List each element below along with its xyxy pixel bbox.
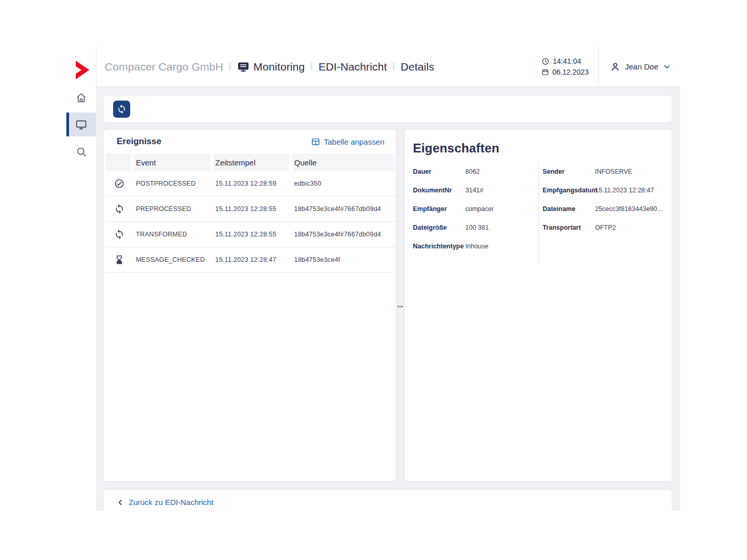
- user-name: Jean Doe: [625, 62, 658, 71]
- monitor-icon: [75, 118, 88, 131]
- current-time: 14:41:04: [553, 57, 582, 65]
- column-header-zeitstempel[interactable]: Zeitstempel: [214, 153, 289, 171]
- property-value: 8062: [465, 169, 480, 175]
- properties-left-column: Dauer 8062 DokumentNr 3141# Empfänger co…: [413, 169, 534, 250]
- table-row[interactable]: MESSAGE_CHECKED 15.11.2023 12:28:47 18b4…: [106, 247, 396, 273]
- property-row: Dateiname 25cecc3f8163443e90…: [543, 206, 663, 213]
- column-header-event[interactable]: Event: [134, 153, 210, 171]
- customize-table-label: Tabelle anpassen: [324, 137, 384, 146]
- app-header: Compacer Cargo GmbH | Monitoring | EDI-N…: [96, 47, 680, 87]
- source-cell: 18b4753e3ce4f: [293, 256, 395, 263]
- company-name: Compacer Cargo GmbH: [105, 61, 223, 73]
- sidebar-item-search[interactable]: [66, 140, 96, 164]
- timestamp-cell: 15.11.2023 12:28:59: [214, 180, 289, 187]
- back-link-label: Zurück zu EDI-Nachricht: [129, 498, 213, 507]
- property-row: Dateigröße 100 381: [413, 225, 534, 231]
- property-label: DokumentNr: [413, 187, 465, 194]
- breadcrumb-label: Monitoring: [254, 61, 305, 73]
- brand-logo[interactable]: [74, 59, 92, 81]
- property-row: DokumentNr 3141#: [413, 187, 534, 194]
- property-label: Nachrichtentype: [413, 243, 465, 250]
- property-label: Empfänger: [413, 206, 465, 213]
- property-value: 100 381: [465, 225, 489, 231]
- table-row[interactable]: PREPROCESSED 15.11.2023 12:28:55 18b4753…: [106, 197, 396, 222]
- event-cell: POSTPROCESSED: [134, 180, 210, 187]
- source-cell: edbic350: [293, 180, 395, 187]
- property-row: Nachrichtentype Inhouse: [413, 243, 534, 250]
- panel-resize-handle[interactable]: ↔: [396, 300, 405, 311]
- back-to-edi-link[interactable]: Zurück zu EDI-Nachricht: [117, 498, 213, 507]
- sync-icon: [117, 104, 127, 114]
- property-value: OFTP2: [595, 225, 616, 231]
- refresh-button[interactable]: [113, 101, 130, 118]
- property-value: Inhouse: [465, 243, 488, 250]
- property-label: Dateigröße: [413, 225, 465, 231]
- table-row[interactable]: POSTPROCESSED 15.11.2023 12:28:59 edbic3…: [106, 171, 396, 197]
- sidebar-item-monitoring[interactable]: [66, 113, 96, 136]
- breadcrumb-label: EDI-Nachricht: [319, 61, 387, 73]
- app-window: Compacer Cargo GmbH | Monitoring | EDI-N…: [0, 0, 747, 560]
- property-value: 25cecc3f8163443e90…: [595, 206, 663, 213]
- property-label: Empfgangsdatum: [543, 187, 595, 194]
- chevron-left-icon: [117, 499, 124, 506]
- customize-table-button[interactable]: Tabelle anpassen: [311, 137, 384, 146]
- breadcrumb-separator: |: [229, 62, 231, 71]
- property-row: Transportart OFTP2: [543, 225, 663, 231]
- property-label: Sender: [543, 169, 595, 175]
- sync-icon: [106, 229, 131, 240]
- breadcrumb: Compacer Cargo GmbH | Monitoring | EDI-N…: [96, 47, 434, 87]
- table-icon: [311, 137, 320, 146]
- timestamp-cell: 15.11.2023 12:28:55: [214, 231, 289, 238]
- breadcrumb-details[interactable]: Details: [400, 61, 434, 73]
- property-value: 3141#: [465, 187, 483, 194]
- source-cell: 18b4753e3ce4f#7667db09d4: [293, 231, 395, 238]
- properties-title: Eigenschaften: [413, 141, 663, 156]
- property-value: INFOSERVE: [595, 169, 632, 175]
- chevron-down-icon: [663, 63, 671, 71]
- breadcrumb-monitoring[interactable]: Monitoring: [237, 61, 305, 73]
- user-icon: [610, 62, 620, 72]
- property-label: Transportart: [543, 225, 595, 231]
- timestamp-cell: 15.11.2023 12:28:47: [214, 256, 289, 263]
- properties-right-column: Sender INFOSERVE Empfgangsdatum 15.11.20…: [534, 169, 663, 250]
- properties-card: Eigenschaften Dauer 8062 DokumentNr 3141…: [405, 130, 672, 481]
- breadcrumb-separator: |: [393, 62, 395, 71]
- main-content: Ereignisse Tabelle anpassen Event Zeitst…: [96, 87, 680, 511]
- events-table-header: Event Zeitstempel Quelle: [106, 153, 396, 171]
- event-cell: PREPROCESSED: [134, 205, 210, 213]
- property-row: Sender INFOSERVE: [543, 169, 663, 175]
- sidebar-item-home[interactable]: [66, 86, 96, 109]
- property-row: Empfänger compacer: [413, 206, 534, 213]
- search-icon: [76, 146, 87, 158]
- source-cell: 18b4753e3ce4f#7667db09d4: [293, 205, 395, 213]
- datetime-display: 14:41:04 06.12.2023: [542, 47, 598, 87]
- property-value: compacer: [465, 206, 494, 213]
- toolbar-card: [104, 96, 672, 122]
- monitoring-icon: [237, 61, 250, 73]
- breadcrumb-edi-nachricht[interactable]: EDI-Nachricht: [319, 61, 387, 73]
- breadcrumb-label: Details: [400, 61, 434, 73]
- event-cell: TRANSFORMED: [134, 231, 210, 238]
- property-label: Dateiname: [543, 206, 595, 213]
- event-cell: MESSAGE_CHECKED: [134, 256, 210, 263]
- property-row: Empfgangsdatum 15.11.2023 12:28:47: [543, 187, 663, 194]
- property-value: 15.11.2023 12:28:47: [595, 187, 654, 194]
- events-title: Ereignisse: [117, 136, 161, 147]
- chevron-right-logo-icon: [74, 59, 92, 81]
- hourglass-icon: [106, 255, 131, 265]
- timestamp-cell: 15.11.2023 12:28:55: [214, 205, 289, 213]
- property-row: Dauer 8062: [413, 169, 534, 175]
- header-right: 14:41:04 06.12.2023: [542, 47, 680, 87]
- events-card: Ereignisse Tabelle anpassen Event Zeitst…: [104, 130, 396, 481]
- column-header-quelle[interactable]: Quelle: [293, 153, 395, 171]
- footer-card: Zurück zu EDI-Nachricht: [104, 490, 672, 511]
- check-circle-icon: [106, 178, 131, 189]
- user-menu[interactable]: Jean Doe: [599, 47, 680, 87]
- table-row[interactable]: TRANSFORMED 15.11.2023 12:28:55 18b4753e…: [106, 222, 396, 247]
- home-icon: [75, 92, 87, 104]
- column-header-icon[interactable]: [106, 153, 131, 171]
- properties-divider: [538, 163, 539, 263]
- clock-icon: [542, 58, 549, 65]
- sync-icon: [106, 204, 131, 214]
- property-label: Dauer: [413, 169, 465, 175]
